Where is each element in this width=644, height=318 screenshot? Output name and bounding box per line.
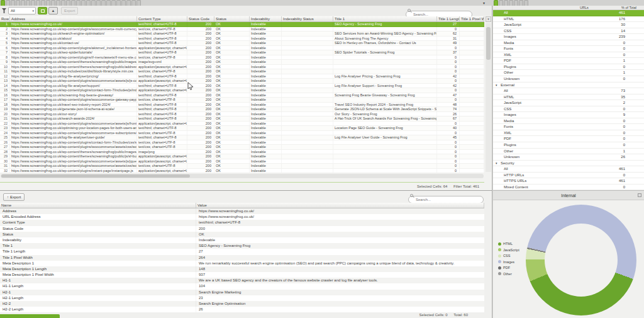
- table-row[interactable]: 22 https://www.screamingfrog.co.uk/wp-co…: [0, 122, 484, 127]
- detail-row[interactable]: Title 1 Pixel Width 264: [0, 255, 484, 261]
- legend-item[interactable]: PDF: [498, 265, 519, 271]
- col-header-value[interactable]: Value: [196, 203, 484, 208]
- detail-row[interactable]: H1-1 Length 104: [0, 283, 484, 289]
- detail-row[interactable]: URL Encoded Address https://www.screamin…: [0, 214, 484, 220]
- table-row[interactable]: 1 https://www.screamingfrog.co.uk/ text/…: [0, 22, 484, 27]
- right-tab[interactable]: [494, 0, 498, 6]
- table-row[interactable]: 6 https://www.screamingfrog.co.uk/wp-con…: [0, 46, 484, 51]
- right-tab[interactable]: [509, 0, 513, 6]
- detail-row[interactable]: H2-2 Length 26: [0, 307, 484, 312]
- main-tab[interactable]: [76, 0, 80, 6]
- legend-item[interactable]: CSS: [498, 253, 519, 259]
- col-header-indexability[interactable]: Indexability: [250, 16, 282, 21]
- legend-item[interactable]: Other: [498, 271, 519, 278]
- table-row[interactable]: 5 https://www.screamingfrog.co.uk/contac…: [0, 41, 484, 46]
- main-tab[interactable]: [91, 0, 96, 6]
- table-row[interactable]: 18 https://www.screamingfrog.co.uk/trave…: [0, 103, 484, 108]
- col-header-title-pixel-width[interactable]: Title 1 Pixel Wi: [460, 16, 484, 21]
- overview-row[interactable]: Plugins 0: [493, 142, 644, 149]
- overview-row[interactable]: Unknown 26 35.62: [493, 154, 644, 161]
- main-tab[interactable]: [131, 0, 136, 6]
- table-row[interactable]: 7 https://www.screamingfrog.co.uk/seo-sp…: [0, 50, 484, 55]
- overview-row[interactable]: Other 1 1.37: [493, 149, 644, 155]
- detail-row[interactable]: Address https://www.screamingfrog.co.uk/: [0, 208, 484, 214]
- right-tab[interactable]: [524, 0, 528, 6]
- export-button-disabled[interactable]: Export: [61, 7, 78, 14]
- main-tab[interactable]: [136, 0, 141, 6]
- legend-item[interactable]: JavaScript: [498, 247, 519, 254]
- scrollbar-thumb[interactable]: [1, 174, 190, 178]
- table-row[interactable]: 21 https://www.screamingfrog.co.uk/searc…: [0, 116, 484, 122]
- export-button[interactable]: ↑Export: [3, 193, 25, 201]
- detail-row[interactable]: Meta Description 1 We run remarkably suc…: [0, 261, 484, 266]
- table-row[interactable]: 11 https://www.screamingfrog.co.uk/wp-in…: [0, 69, 484, 74]
- detail-row[interactable]: Status OK: [0, 232, 484, 237]
- collapse-icon[interactable]: ▾: [496, 82, 501, 88]
- overview-row[interactable]: Media 0: [493, 118, 644, 125]
- main-tab[interactable]: [126, 0, 131, 6]
- overview-row[interactable]: HTTPS URLs 461 100.00: [493, 178, 644, 185]
- detail-row[interactable]: Meta Description 1 Pixel Width 937: [0, 272, 484, 278]
- overview-row[interactable]: ▾ External: [493, 82, 644, 89]
- overview-row[interactable]: XML 0: [493, 52, 644, 59]
- table-row[interactable]: 15 https://www.screamingfrog.co.uk/wp-co…: [0, 88, 484, 93]
- overview-row[interactable]: Fonts 0: [493, 124, 644, 130]
- table-row[interactable]: 9 https://www.screamingfrog.co.uk/wp-con…: [0, 60, 484, 65]
- table-row[interactable]: 16 https://www.screamingfrog.co.uk/screa…: [0, 93, 484, 98]
- main-tab[interactable]: [26, 0, 30, 6]
- overview-row[interactable]: Images 239 51.84: [493, 34, 644, 40]
- table-row[interactable]: 20 https://www.screamingfrog.co.uk/our-s…: [0, 112, 484, 117]
- overview-row[interactable]: Media 0: [493, 40, 644, 47]
- table-row[interactable]: 32 https://www.screamingfrog.co.uk/wp-co…: [0, 169, 484, 174]
- main-tab[interactable]: [81, 0, 86, 6]
- main-tab[interactable]: [106, 0, 111, 6]
- table-row[interactable]: 31 https://www.screamingfrog.co.uk/wp-co…: [0, 164, 484, 169]
- view-toggle-button[interactable]: [38, 7, 47, 14]
- table-row[interactable]: 17 https://www.screamingfrog.co.uk/wp-co…: [0, 98, 484, 103]
- detail-row[interactable]: Content Type text/html; charset=UTF-8: [0, 220, 484, 225]
- main-tab[interactable]: [16, 0, 20, 6]
- col-header-address[interactable]: Address: [10, 16, 137, 21]
- table-row[interactable]: 13 https://www.screamingfrog.co.uk/wp-co…: [0, 79, 484, 84]
- overview-row[interactable]: All 461 100.00: [493, 10, 644, 16]
- main-tab[interactable]: [111, 0, 116, 6]
- right-tab[interactable]: [504, 0, 508, 6]
- detail-row[interactable]: Title 1 Length 27: [0, 249, 484, 254]
- column-options-icon[interactable]: ▾: [486, 16, 491, 22]
- detail-row[interactable]: H1-1 We are a UK based SEO agency and th…: [0, 278, 484, 283]
- overview-row[interactable]: All 73 100.00: [493, 88, 644, 94]
- overview-row[interactable]: Unknown 0: [493, 76, 644, 82]
- main-tab[interactable]: [86, 0, 91, 6]
- legend-item[interactable]: HTML: [498, 241, 519, 247]
- overview-row[interactable]: CSS 14 3.04: [493, 28, 644, 35]
- detail-row[interactable]: Title 1 SEO Agency - Screaming Frog: [0, 243, 484, 249]
- table-row[interactable]: 19 https://www.screamingfrog.co.uk/gener…: [0, 107, 484, 112]
- col-header-row[interactable]: Row: [0, 16, 10, 21]
- table-row[interactable]: 25 https://www.screamingfrog.co.uk/log-f…: [0, 135, 484, 140]
- overview-row[interactable]: JavaScript 30 6.51: [493, 22, 644, 28]
- col-header-urls[interactable]: URLs: [580, 6, 589, 10]
- main-tab[interactable]: [21, 0, 25, 6]
- main-tab[interactable]: [1, 0, 5, 6]
- main-tab[interactable]: [66, 0, 70, 6]
- main-tab[interactable]: [11, 0, 15, 6]
- table-row[interactable]: 26 https://www.screamingfrog.co.uk/wp-co…: [0, 140, 484, 145]
- vertical-scrollbar[interactable]: [486, 23, 491, 172]
- detail-row[interactable]: Indexability Indexable: [0, 237, 484, 243]
- detail-row[interactable]: H2-1 Length 23: [0, 295, 484, 301]
- collapse-icon[interactable]: ▾: [496, 161, 501, 166]
- legend-item[interactable]: Images: [498, 259, 519, 266]
- main-tab[interactable]: [36, 0, 40, 6]
- overview-row[interactable]: HTML 35 47.95: [493, 94, 644, 101]
- main-tab[interactable]: [96, 0, 101, 6]
- table-row[interactable]: 30 https://www.screamingfrog.co.uk/wp-co…: [0, 159, 484, 164]
- main-tab[interactable]: [121, 0, 126, 6]
- tree-view-button[interactable]: ▲: [48, 7, 58, 14]
- main-tab[interactable]: [51, 0, 55, 6]
- overview-row[interactable]: PDF 1 0.22: [493, 58, 644, 64]
- table-row[interactable]: 2 https://www.screamingfrog.co.uk/wp-con…: [0, 27, 484, 32]
- main-tab[interactable]: [6, 0, 10, 6]
- table-row[interactable]: 23 https://www.screamingfrog.co.uk/optim…: [0, 126, 484, 131]
- table-row[interactable]: 8 https://www.screamingfrog.co.uk/wp-con…: [0, 55, 484, 60]
- detail-row[interactable]: H2-1 Search Engine Marketing: [0, 290, 484, 295]
